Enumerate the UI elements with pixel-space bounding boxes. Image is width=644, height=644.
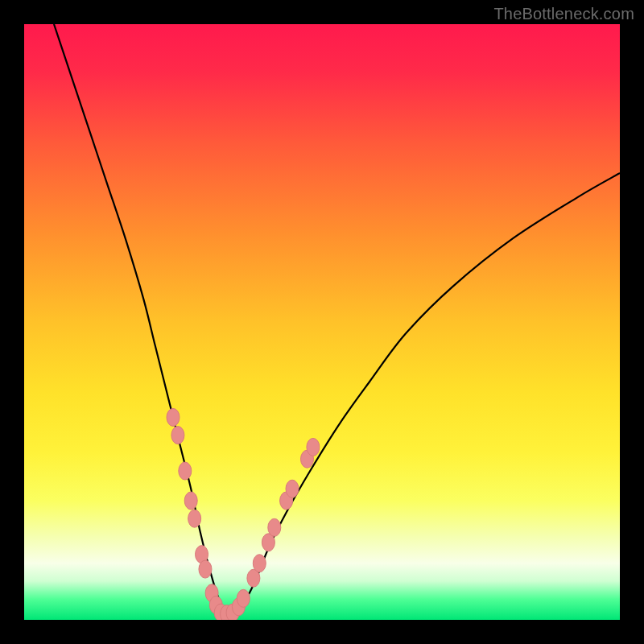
marker-dot: [307, 438, 320, 456]
plot-area: [24, 24, 620, 620]
watermark-text: TheBottleneck.com: [493, 5, 634, 23]
curve-layer: [24, 24, 620, 620]
marker-dot: [184, 492, 197, 510]
marker-group: [167, 408, 320, 620]
bottleneck-curve: [54, 24, 620, 616]
marker-dot: [188, 510, 201, 527]
chart-frame: TheBottleneck.com: [0, 0, 644, 644]
marker-dot: [167, 408, 180, 426]
marker-dot: [253, 555, 266, 572]
marker-dot: [199, 560, 212, 578]
marker-dot: [179, 462, 192, 480]
marker-dot: [171, 427, 184, 444]
marker-dot: [286, 480, 299, 497]
marker-dot: [237, 589, 250, 607]
marker-dot: [268, 518, 281, 536]
